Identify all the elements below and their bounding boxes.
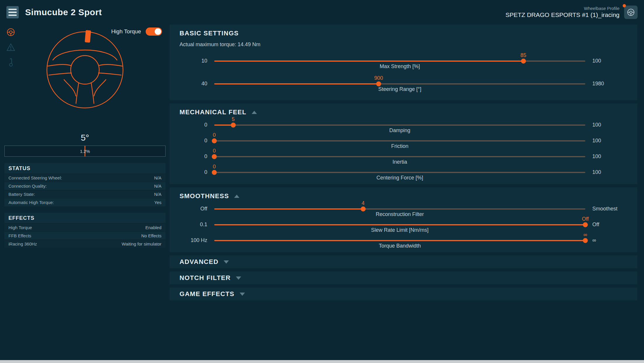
- slider-max-label: 100: [592, 164, 627, 180]
- slider-name: Torque Bandwidth: [214, 243, 585, 249]
- kv-value: N/A: [154, 192, 161, 197]
- slider-max-label: 100: [592, 133, 627, 148]
- slider-max-label: 1980: [592, 73, 627, 96]
- slider-max-label: Off: [592, 217, 627, 232]
- status-title: STATUS: [4, 163, 166, 174]
- smoothness-header[interactable]: SMOOTHNESS: [180, 191, 627, 201]
- kv-label: Battery State:: [8, 192, 35, 197]
- kv-label: Connected Steering Wheel:: [8, 175, 62, 180]
- wheelbase-profile-label: Wheelbase Profile: [505, 6, 619, 11]
- slider-row: 100 Hz ∞ Torque Bandwidth ∞: [180, 232, 627, 248]
- kv-value: Waiting for simulator: [122, 241, 161, 246]
- section-game-effects: GAME EFFECTS: [170, 288, 637, 300]
- slider-track[interactable]: [214, 208, 585, 210]
- section-title: ADVANCED: [180, 258, 218, 266]
- status-panel: STATUS Connected Steering Wheel: N/A Con…: [4, 163, 166, 206]
- kv-label: FFB Effects: [8, 233, 31, 238]
- profile-area: Wheelbase Profile SPETZ DRAGO ESPORTS #1…: [505, 6, 638, 19]
- slider-handle[interactable]: [521, 59, 526, 64]
- slider-value: 0: [213, 132, 216, 138]
- slider-track[interactable]: [214, 224, 585, 225]
- slider-row: Off 4 Reconstruction Filter Smoothest: [180, 201, 627, 217]
- slider-min-label: 0: [180, 117, 207, 133]
- kv-value: N/A: [154, 184, 161, 189]
- kv-label: Automatic High Torque:: [8, 200, 54, 205]
- slider-trackzone: 0 Inertia: [214, 148, 585, 164]
- slider-value: 900: [374, 75, 383, 81]
- slider-min-label: Off: [180, 201, 207, 217]
- kv-row: FFB Effects No Effects: [4, 231, 166, 240]
- high-torque-toggle[interactable]: [146, 27, 162, 36]
- section-notch-filter: NOTCH FILTER: [170, 272, 637, 284]
- chevron-down-icon: [224, 260, 229, 264]
- slider-max-label: 100: [592, 51, 627, 73]
- section-title: MECHANICAL FEEL: [180, 108, 246, 116]
- slider-name: Max Strength [%]: [214, 63, 585, 70]
- kv-row: Automatic High Torque: Yes: [4, 198, 166, 206]
- settings-column: BASIC SETTINGS Actual maximum torque: 14…: [170, 25, 637, 300]
- slider-fill: [214, 61, 523, 62]
- wheelbase-profile-name: SPETZ DRAGO ESPORTS #1 (1)_iracing: [505, 11, 619, 19]
- slider-fill: [214, 208, 363, 210]
- effects-title: EFFECTS: [4, 213, 166, 223]
- slider-max-label: ∞: [592, 232, 627, 248]
- slider-track[interactable]: [214, 83, 585, 84]
- slider-trackzone: 5 Damping: [214, 117, 585, 133]
- kv-label: iRacing 360Hz: [8, 241, 37, 246]
- advanced-header[interactable]: ADVANCED: [180, 257, 627, 267]
- slider-track[interactable]: [214, 240, 585, 241]
- top-bar: Simucube 2 Sport Wheelbase Profile SPETZ…: [0, 0, 644, 25]
- slider-handle[interactable]: [231, 123, 236, 128]
- slider-row: 0 0 Friction 100: [180, 133, 627, 148]
- kv-row: Connected Steering Wheel: N/A: [4, 174, 166, 182]
- slider-handle[interactable]: [361, 207, 365, 212]
- profile-block: Wheelbase Profile SPETZ DRAGO ESPORTS #1…: [505, 6, 619, 19]
- slider-track[interactable]: [214, 172, 585, 173]
- slider-max-label: 100: [592, 148, 627, 164]
- slider-handle[interactable]: [583, 238, 588, 243]
- slider-handle[interactable]: [212, 154, 217, 159]
- toggle-knob: [155, 28, 161, 35]
- section-basic-settings: BASIC SETTINGS Actual maximum torque: 14…: [170, 25, 637, 100]
- notch-filter-header[interactable]: NOTCH FILTER: [180, 273, 627, 283]
- slider-handle[interactable]: [212, 139, 217, 144]
- slider-trackzone: 900 Steering Range [°]: [214, 73, 585, 96]
- slider-track[interactable]: [214, 125, 585, 126]
- slider-handle[interactable]: [583, 222, 588, 227]
- kv-value: No Effects: [141, 233, 161, 238]
- mechanical-feel-header[interactable]: MECHANICAL FEEL: [180, 108, 627, 117]
- slider-value: 0: [213, 164, 216, 170]
- section-smoothness: SMOOTHNESS Off 4 Reconstruction Filter S…: [170, 187, 637, 252]
- app-title: Simucube 2 Sport: [25, 7, 102, 17]
- slider-track[interactable]: [214, 140, 585, 141]
- slider-max-label: 100: [592, 117, 627, 133]
- smoothness-sliders: Off 4 Reconstruction Filter Smoothest 0.…: [180, 201, 627, 248]
- slider-trackzone: 0 Centering Force [%]: [214, 164, 585, 180]
- slider-handle[interactable]: [212, 170, 217, 175]
- slider-name: Steering Range [°]: [214, 86, 585, 92]
- profile-wheel-icon[interactable]: [624, 6, 638, 19]
- game-effects-header[interactable]: GAME EFFECTS: [180, 289, 627, 299]
- left-column: High Torque: [4, 26, 166, 248]
- torque-meter: 1.2%: [4, 146, 166, 157]
- mechanical-sliders: 0 5 Damping 100 0 0 Friction 100 0 0: [180, 117, 627, 180]
- basic-settings-header[interactable]: BASIC SETTINGS: [180, 29, 627, 38]
- slider-fill: [214, 83, 379, 84]
- kv-value: Enabled: [145, 225, 161, 230]
- torque-meter-value: 1.2%: [80, 149, 90, 154]
- kv-value: N/A: [154, 175, 161, 180]
- menu-icon[interactable]: [6, 6, 19, 18]
- slider-handle[interactable]: [376, 82, 381, 87]
- slider-value: ∞: [584, 232, 587, 238]
- slider-min-label: 10: [180, 51, 207, 73]
- slider-min-label: 100 Hz: [180, 232, 207, 248]
- section-mechanical-feel: MECHANICAL FEEL 0 5 Damping 100 0 0 Fric…: [170, 103, 637, 184]
- wheel-angle-readout: 5°: [4, 133, 166, 143]
- slider-trackzone: 4 Reconstruction Filter: [214, 201, 585, 217]
- slider-trackzone: 85 Max Strength [%]: [214, 51, 585, 73]
- slider-track[interactable]: [214, 156, 585, 157]
- high-torque-row: High Torque: [4, 26, 166, 37]
- kv-row: iRacing 360Hz Waiting for simulator: [4, 240, 166, 248]
- slider-track[interactable]: [214, 61, 585, 62]
- kv-label: Connection Quality:: [8, 184, 47, 189]
